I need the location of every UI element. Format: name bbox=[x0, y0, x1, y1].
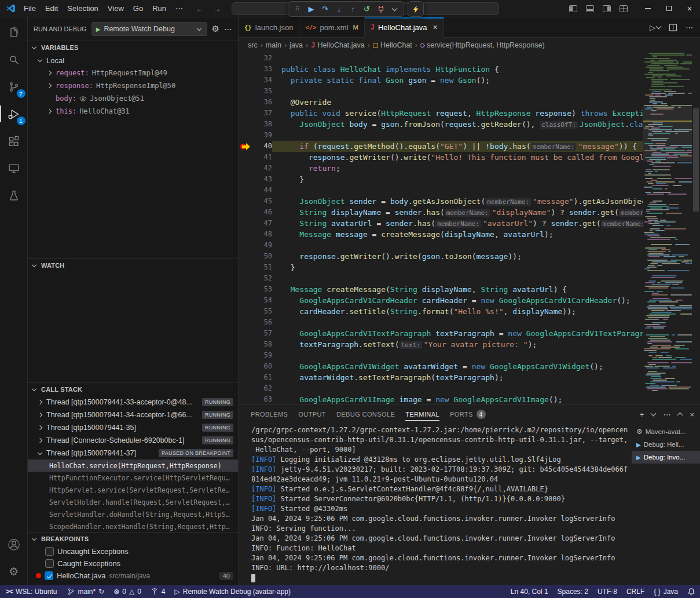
gutter-glyph-margin[interactable] bbox=[239, 350, 252, 361]
gutter-glyph-margin[interactable] bbox=[239, 75, 252, 86]
code-line-43[interactable]: 43 } bbox=[239, 174, 643, 185]
views-more-icon[interactable]: ⋯ bbox=[224, 24, 232, 34]
debug-toolbar-more-icon[interactable] bbox=[388, 3, 401, 16]
code-line-61[interactable]: 61 avatarWidget.setTextParagraph(textPar… bbox=[239, 372, 643, 383]
gutter-glyph-margin[interactable] bbox=[239, 185, 252, 196]
code-line-33[interactable]: 33public class HelloChat implements Http… bbox=[239, 64, 643, 75]
start-debug-icon[interactable]: ▶ bbox=[96, 26, 101, 32]
call-stack-thread[interactable]: Thread [qtp1500079441-33-acceptor-0@48..… bbox=[28, 396, 238, 409]
breadcrumb-item[interactable]: src bbox=[248, 41, 258, 49]
tab-pom-xml[interactable]: </>pom.xmlM bbox=[299, 17, 364, 37]
gutter-glyph-margin[interactable] bbox=[239, 141, 252, 152]
code-line-52[interactable]: 52 bbox=[239, 273, 643, 284]
call-stack-thread[interactable]: Thread [Connector-Scheduler-6920b0bc-1]R… bbox=[28, 434, 238, 447]
tab-hellochat-java[interactable]: JHelloChat.java× bbox=[365, 17, 444, 38]
activity-settings[interactable]: ⚙ bbox=[0, 558, 28, 585]
gutter-glyph-margin[interactable] bbox=[239, 240, 252, 251]
forwarded-ports-indicator[interactable]: 4 bbox=[146, 585, 170, 598]
code-line-46[interactable]: 46 String displayName = sender.has(membe… bbox=[239, 207, 643, 218]
code-line-62[interactable]: 62 bbox=[239, 383, 643, 394]
menu-view[interactable]: View bbox=[103, 0, 129, 17]
split-editor-icon[interactable] bbox=[669, 23, 677, 32]
call-stack-thread[interactable]: Thread [qtp1500079441-34-acceptor-1@66..… bbox=[28, 409, 238, 421]
problems-indicator[interactable]: ⊗ 0 △ 0 bbox=[109, 585, 146, 598]
language-mode-indicator[interactable]: { } Java bbox=[649, 585, 683, 598]
call-stack-thread[interactable]: Thread [qtp1500079441-35]RUNNING bbox=[28, 421, 238, 434]
gutter-glyph-margin[interactable] bbox=[239, 108, 252, 119]
launch-config-dropdown[interactable]: ▶ Remote Watch Debug bbox=[91, 22, 207, 36]
terminal-launch-dropdown-icon[interactable] bbox=[651, 411, 657, 417]
breakpoint-item[interactable]: Caught Exceptions bbox=[28, 557, 238, 570]
git-branch-indicator[interactable]: main* ↻ bbox=[63, 585, 109, 598]
stack-frame[interactable]: ScopedHandler.nextHandle(String,Request,… bbox=[28, 520, 238, 532]
indentation-indicator[interactable]: Spaces: 2 bbox=[553, 585, 593, 598]
lazy-eval-eye-icon[interactable] bbox=[79, 95, 87, 103]
code-line-42[interactable]: 42 return; bbox=[239, 163, 643, 174]
breadcrumb-item[interactable]: service(HttpRequest, HttpResponse) bbox=[420, 41, 545, 49]
code-editor[interactable]: 3233public class HelloChat implements Ht… bbox=[239, 53, 700, 404]
nav-forward-icon[interactable]: → bbox=[213, 4, 221, 13]
gutter-glyph-margin[interactable] bbox=[239, 372, 252, 383]
stack-frame[interactable]: HelloChat.service(HttpRequest,HttpRespon… bbox=[28, 460, 238, 472]
panel-tab-debug-console[interactable]: DEBUG CONSOLE bbox=[331, 405, 400, 424]
gutter-glyph-margin[interactable] bbox=[239, 130, 252, 141]
call-stack-section-header[interactable]: CALL STACK bbox=[28, 383, 238, 396]
debug-step-out-icon[interactable]: ↑ bbox=[346, 3, 360, 16]
activity-source-control[interactable]: 7 bbox=[0, 73, 28, 100]
panel-tab-ports[interactable]: PORTS4 bbox=[445, 405, 491, 424]
minimap-slider[interactable] bbox=[643, 106, 692, 161]
gutter-glyph-margin[interactable] bbox=[239, 229, 252, 240]
gutter-glyph-margin[interactable] bbox=[239, 53, 252, 64]
maximize-panel-icon[interactable] bbox=[677, 413, 683, 418]
breakpoint-item[interactable]: Uncaught Exceptions bbox=[28, 545, 238, 557]
code-line-41[interactable]: 41 response.getWriter().write("Hello! Th… bbox=[239, 152, 643, 163]
scrollbar-thumb[interactable] bbox=[693, 108, 699, 212]
variables-section-header[interactable]: VARIABLES bbox=[28, 41, 238, 54]
debug-status-indicator[interactable]: ▷ Remote Watch Debug (avatar-app) bbox=[170, 585, 296, 598]
code-line-53[interactable]: 53 Message createMessage(String displayN… bbox=[239, 284, 643, 295]
terminal-session-item[interactable]: ▶Debug: Hell... bbox=[632, 438, 700, 451]
code-line-57[interactable]: 57 GoogleAppsCardV1TextParagraph textPar… bbox=[239, 328, 643, 339]
code-line-35[interactable]: 35 bbox=[239, 86, 643, 97]
toolbar-drag-handle-icon[interactable]: ⠿ bbox=[291, 3, 304, 16]
panel-tab-terminal[interactable]: TERMINAL bbox=[400, 405, 445, 424]
gutter-glyph-margin[interactable] bbox=[239, 174, 252, 185]
code-line-37[interactable]: 37 public void service(HttpRequest reque… bbox=[239, 108, 643, 119]
breadcrumb-item[interactable]: JHelloChat.java bbox=[311, 41, 365, 49]
customize-layout-icon[interactable] bbox=[616, 1, 631, 16]
breadcrumb-item[interactable]: java bbox=[289, 41, 303, 49]
tab-launch-json[interactable]: {}launch.json bbox=[239, 17, 299, 37]
stack-frame[interactable]: ServletHolder.handle(Request,ServletRequ… bbox=[28, 496, 238, 508]
stack-frame[interactable]: ServletHandler.doHandle(String,Request,H… bbox=[28, 508, 238, 520]
configure-gear-icon[interactable]: ⚙ bbox=[212, 24, 219, 34]
gutter-glyph-margin[interactable] bbox=[239, 284, 252, 295]
watch-section-header[interactable]: WATCH bbox=[28, 259, 238, 272]
variable-response[interactable]: response:HttpResponseImpl@50 bbox=[28, 79, 238, 92]
debug-continue-icon[interactable]: ▶ bbox=[305, 3, 318, 16]
cursor-position[interactable]: Ln 40, Col 1 bbox=[506, 585, 553, 598]
debug-restart-icon[interactable]: ↺ bbox=[360, 3, 373, 16]
gutter-glyph-margin[interactable] bbox=[239, 339, 252, 350]
code-line-50[interactable]: 50 response.getWriter().write(gson.toJso… bbox=[239, 251, 643, 262]
breakpoint-checkbox[interactable] bbox=[45, 559, 54, 568]
run-or-debug-button[interactable]: ▷ bbox=[650, 23, 661, 32]
gutter-glyph-margin[interactable] bbox=[239, 361, 252, 372]
code-line-60[interactable]: 60 GoogleAppsCardV1Widget avatarWidget =… bbox=[239, 361, 643, 372]
activity-testing[interactable] bbox=[0, 182, 28, 209]
window-restore-button[interactable] bbox=[658, 0, 679, 17]
code-line-45[interactable]: 45 JsonObject sender = body.getAsJsonObj… bbox=[239, 196, 643, 207]
panel-tab-output[interactable]: OUTPUT bbox=[293, 405, 331, 424]
remote-indicator[interactable]: >< WSL: Ubuntu bbox=[0, 585, 63, 598]
code-line-32[interactable]: 32 bbox=[239, 53, 643, 64]
code-line-63[interactable]: 63 GoogleAppsCardV1Image image = new Goo… bbox=[239, 394, 643, 404]
activity-account[interactable] bbox=[0, 531, 28, 558]
code-line-44[interactable]: 44 bbox=[239, 185, 643, 196]
window-close-button[interactable]: × bbox=[679, 0, 700, 17]
toggle-sidebar-icon[interactable] bbox=[566, 1, 580, 16]
gutter-glyph-margin[interactable] bbox=[239, 207, 252, 218]
code-line-38[interactable]: 38 JsonObject body = gson.fromJson(reque… bbox=[239, 119, 643, 130]
code-line-54[interactable]: 54 GoogleAppsCardV1CardHeader cardHeader… bbox=[239, 295, 643, 306]
minimap[interactable] bbox=[643, 53, 692, 404]
terminal-session-item[interactable]: ⚙Maven-avat... bbox=[632, 425, 700, 438]
gutter-glyph-margin[interactable] bbox=[239, 273, 252, 284]
